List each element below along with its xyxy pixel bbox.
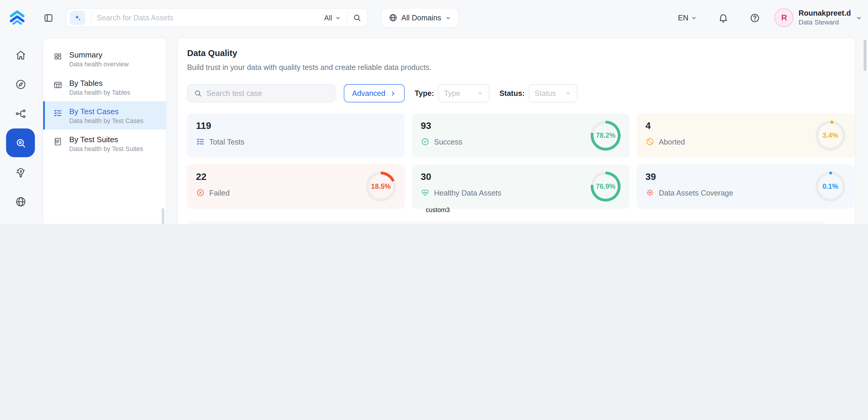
status-placeholder: Status: [535, 89, 556, 97]
test-case-search-input[interactable]: Search test case: [187, 84, 335, 102]
sidebar-item-description: Data health overview: [69, 61, 129, 67]
stat-label: Data Assets Coverage: [659, 188, 733, 197]
sidebar-item-description: Data health by Test Suites: [69, 146, 143, 152]
slash-circle-icon: [646, 137, 654, 146]
sidebar-item-description: Data health by Test Cases: [69, 117, 144, 124]
donut-aborted: 3.4%: [815, 121, 845, 150]
sidebar-item-label: By Tables: [69, 79, 130, 88]
sidebar-item-by-tables[interactable]: By Tables Data health by Tables: [43, 73, 166, 101]
user-menu-chevron-icon[interactable]: [855, 14, 862, 21]
donut-percent-label: 3.4%: [815, 121, 845, 150]
checklist-icon: [53, 109, 63, 124]
page-scrollbar[interactable]: [864, 40, 866, 71]
left-nav-rail: [0, 35, 41, 224]
rail-top-items: [6, 40, 35, 224]
rail-govern-bank-icon[interactable]: [6, 216, 35, 224]
rail-domains-globe-icon[interactable]: [6, 187, 35, 216]
stat-card-failed[interactable]: 22 Failed 18.5%: [187, 164, 405, 209]
donut-success: 78.2%: [591, 121, 621, 150]
sidebar-item-summary[interactable]: Summary Data health overview: [43, 45, 166, 73]
test-cases-table: NameTableColumnLast RunIncidentActions T…: [187, 220, 824, 224]
chevron-down-icon: [335, 15, 341, 21]
chevron-right-icon: [390, 90, 396, 97]
chevron-down-icon: [445, 15, 451, 21]
rail-platform-network-icon[interactable]: [6, 99, 35, 128]
sidebar-item-by-test-cases[interactable]: By Test Cases Data health by Test Cases: [43, 101, 166, 129]
chevron-down-icon: [691, 15, 697, 21]
stray-custom3-label: custom3: [426, 206, 450, 213]
page-subtitle: Build trust in your data with quality te…: [187, 63, 845, 71]
rail-insights-bulb-icon[interactable]: [6, 158, 35, 187]
chevron-down-icon: [477, 90, 484, 96]
sidebar-item-by-test-suites[interactable]: By Test Suites Data health by Test Suite…: [43, 129, 166, 158]
status-filter-label: Status:: [499, 89, 525, 97]
table-header-row: NameTableColumnLast RunIncidentActions: [187, 220, 824, 224]
ai-sparkle-icon[interactable]: [70, 11, 86, 25]
checklist-icon: [196, 137, 205, 146]
user-info[interactable]: Rounakpreet.d Data Steward: [799, 9, 851, 27]
rail-home-icon[interactable]: [6, 40, 35, 69]
stat-card-success[interactable]: 93 Success 78.2%: [412, 114, 629, 158]
advanced-label: Advanced: [352, 89, 385, 97]
donut-percent-label: 0.1%: [815, 172, 845, 202]
sidebar-toggle-icon[interactable]: [43, 12, 54, 23]
sunburst-icon: [646, 188, 654, 197]
language-dropdown[interactable]: EN: [678, 13, 697, 22]
search-scope-value: All: [324, 13, 332, 22]
app-logo-icon[interactable]: [8, 8, 27, 27]
donut-percent-label: 78.2%: [591, 121, 621, 150]
advanced-search-button[interactable]: Advanced: [344, 84, 405, 102]
donut-percent-label: 76.9%: [591, 172, 621, 202]
stat-card-healthy-data-assets[interactable]: 30 Healthy Data Assets 76.9%: [412, 164, 629, 209]
rail-observability-icon[interactable]: [6, 128, 35, 157]
stat-label: Failed: [209, 188, 230, 197]
user-avatar[interactable]: R: [775, 8, 794, 27]
main-panel: Data Quality Build trust in your data wi…: [177, 38, 855, 224]
filter-bar: Search test case Advanced Type: Type Sta…: [187, 84, 845, 102]
help-icon[interactable]: [750, 12, 761, 23]
rail-explore-compass-icon[interactable]: [6, 70, 35, 99]
summary-grid-icon: [53, 52, 63, 67]
type-filter-select[interactable]: Type: [438, 84, 490, 102]
user-role: Data Steward: [799, 18, 851, 27]
search-icon[interactable]: [353, 13, 362, 22]
user-name: Rounakpreet.d: [799, 9, 851, 18]
stat-label: Total Tests: [209, 138, 245, 146]
topbar: Search for Data Assets All All Domains E…: [0, 0, 868, 35]
donut-healthy-data-assets: 76.9%: [591, 172, 621, 202]
heart-pulse-icon: [421, 188, 430, 197]
domains-dropdown[interactable]: All Domains: [381, 8, 459, 28]
app-root: Search for Data Assets All All Domains E…: [0, 0, 868, 224]
donut-data-assets-coverage: 0.1%: [815, 172, 845, 202]
stat-card-total-tests[interactable]: 119 Total Tests: [187, 114, 405, 158]
stat-card-aborted[interactable]: 4 Aborted 3.4%: [637, 114, 855, 158]
domains-value: All Domains: [401, 13, 441, 22]
notifications-bell-icon[interactable]: [718, 12, 729, 23]
x-circle-icon: [196, 188, 205, 197]
stat-label: Success: [434, 138, 462, 146]
donut-percent-label: 18.5%: [366, 172, 396, 202]
data-quality-sidebar: Summary Data health overview By Tables D…: [43, 38, 167, 224]
language-value: EN: [678, 13, 688, 22]
divider: [346, 13, 347, 23]
check-circle-icon: [421, 137, 430, 146]
type-placeholder: Type: [444, 89, 460, 97]
topbar-right: EN R Rounakpreet.d Data Steward: [678, 8, 863, 27]
stat-label: Healthy Data Assets: [434, 188, 501, 197]
sidebar-scrollbar[interactable]: [162, 208, 164, 224]
tables-icon: [53, 80, 63, 96]
search-icon: [194, 89, 202, 97]
status-filter-select[interactable]: Status: [529, 84, 577, 102]
global-search-placeholder[interactable]: Search for Data Assets: [97, 13, 324, 22]
clipboard-list-icon: [53, 137, 63, 152]
stat-card-data-assets-coverage[interactable]: 39 Data Assets Coverage 0.1%: [637, 164, 855, 209]
chevron-down-icon: [565, 90, 571, 96]
stat-value: 119: [196, 121, 396, 132]
page-title: Data Quality: [187, 48, 845, 58]
sidebar-item-label: Summary: [69, 51, 129, 59]
test-case-search-placeholder: Search test case: [207, 89, 262, 97]
sidebar-item-label: By Test Suites: [69, 135, 143, 144]
sidebar-item-label: By Test Cases: [69, 107, 144, 116]
global-search-bar[interactable]: Search for Data Assets All: [66, 8, 368, 27]
search-scope-dropdown[interactable]: All: [324, 13, 341, 22]
